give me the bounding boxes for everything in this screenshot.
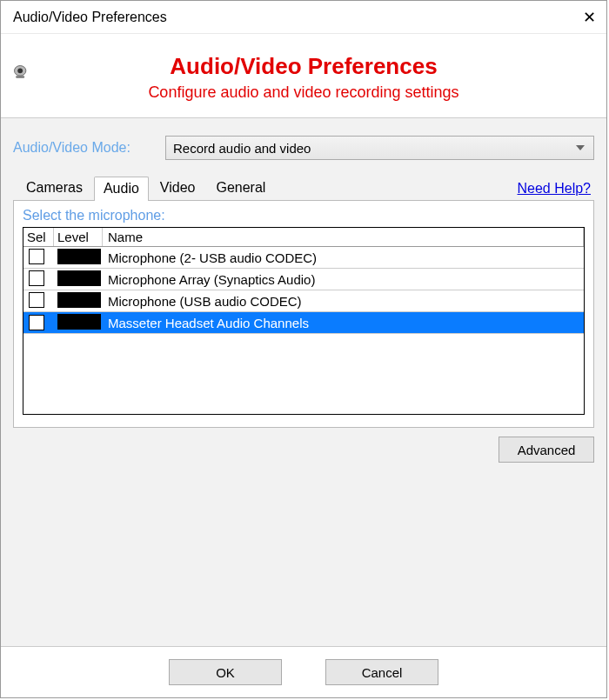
close-icon[interactable]: ✕ bbox=[583, 10, 596, 25]
mode-value: Record audio and video bbox=[173, 141, 311, 156]
help-link[interactable]: Need Help? bbox=[518, 181, 592, 197]
col-header-level: Level bbox=[54, 228, 103, 246]
tab-audio[interactable]: Audio bbox=[94, 177, 149, 201]
mode-label: Audio/Video Mode: bbox=[13, 140, 165, 156]
titlebar: Audio/Video Preferences ✕ bbox=[1, 1, 606, 34]
level-meter bbox=[57, 249, 101, 264]
mic-name: Microphone (USB audio CODEC) bbox=[103, 292, 584, 310]
ok-button[interactable]: OK bbox=[169, 659, 282, 685]
audio-tabpanel: Select the microphone: Sel Level Name Mi… bbox=[13, 200, 594, 428]
mic-name: Microphone Array (Synaptics Audio) bbox=[103, 270, 584, 289]
page-subtitle: Configure audio and video recording sett… bbox=[10, 83, 598, 102]
tab-video[interactable]: Video bbox=[151, 176, 205, 200]
level-meter bbox=[57, 270, 101, 286]
microphone-table: Sel Level Name Microphone (2- USB audio … bbox=[23, 227, 585, 415]
content-area: Audio/Video Mode: Record audio and video… bbox=[1, 117, 606, 646]
header-area: Audio/Video Preferences Configure audio … bbox=[1, 34, 606, 117]
tab-general[interactable]: General bbox=[206, 176, 275, 200]
advanced-button[interactable]: Advanced bbox=[499, 437, 594, 463]
advanced-row: Advanced bbox=[13, 437, 594, 463]
webcam-icon bbox=[11, 63, 30, 81]
tab-cameras[interactable]: Cameras bbox=[17, 176, 92, 200]
row-checkbox[interactable]: ✓ bbox=[29, 315, 44, 330]
level-meter bbox=[57, 314, 101, 330]
row-checkbox[interactable] bbox=[29, 249, 44, 264]
row-checkbox[interactable] bbox=[29, 292, 44, 308]
preferences-window: Audio/Video Preferences ✕ Audio/Video Pr… bbox=[0, 0, 607, 698]
mode-select[interactable]: Record audio and video bbox=[165, 136, 594, 160]
col-header-sel: Sel bbox=[23, 228, 54, 246]
svg-rect-2 bbox=[16, 76, 24, 78]
mic-name: Microphone (2- USB audio CODEC) bbox=[103, 249, 584, 267]
page-title: Audio/Video Preferences bbox=[10, 53, 598, 80]
row-checkbox[interactable] bbox=[29, 270, 44, 286]
table-row[interactable]: Microphone (USB audio CODEC) bbox=[23, 290, 584, 312]
table-header: Sel Level Name bbox=[23, 228, 584, 247]
level-meter bbox=[57, 292, 101, 308]
table-row[interactable]: ✓ Masseter Headset Audio Channels bbox=[23, 312, 584, 334]
svg-point-1 bbox=[17, 68, 23, 73]
table-row[interactable]: Microphone (2- USB audio CODEC) bbox=[23, 247, 584, 269]
button-bar: OK Cancel bbox=[1, 646, 606, 697]
tabstrip: Cameras Audio Video General Need Help? bbox=[13, 176, 594, 200]
mode-row: Audio/Video Mode: Record audio and video bbox=[13, 130, 594, 160]
cancel-button[interactable]: Cancel bbox=[325, 659, 438, 685]
spacer bbox=[13, 463, 594, 646]
col-header-name: Name bbox=[103, 228, 584, 246]
window-title: Audio/Video Preferences bbox=[13, 10, 167, 25]
table-row[interactable]: Microphone Array (Synaptics Audio) bbox=[23, 269, 584, 290]
mic-name: Masseter Headset Audio Channels bbox=[103, 314, 584, 332]
mic-section-label: Select the microphone: bbox=[23, 208, 585, 223]
